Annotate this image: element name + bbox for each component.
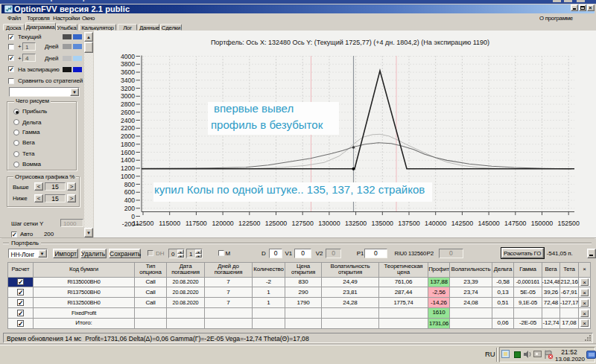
svg-text:200: 200	[124, 205, 136, 212]
svg-text:2400: 2400	[121, 117, 135, 124]
svg-text:117500: 117500	[186, 220, 207, 227]
svg-text:152500: 152500	[558, 220, 580, 227]
svg-text:3800: 3800	[121, 60, 135, 68]
svg-text:135000: 135000	[372, 220, 393, 227]
svg-text:1400: 1400	[121, 156, 135, 164]
svg-text:122500: 122500	[238, 220, 260, 227]
svg-text:3000: 3000	[121, 92, 135, 100]
svg-text:2800: 2800	[121, 100, 135, 108]
svg-text:150000: 150000	[531, 220, 553, 227]
svg-text:137500: 137500	[398, 220, 419, 227]
svg-text:130000: 130000	[318, 220, 340, 227]
svg-text:600: 600	[124, 188, 136, 196]
svg-text:112500: 112500	[133, 220, 154, 227]
svg-text:145000: 145000	[478, 220, 499, 227]
svg-text:147500: 147500	[504, 220, 526, 227]
svg-text:400: 400	[124, 197, 136, 204]
svg-text:140000: 140000	[425, 220, 446, 227]
svg-text:120000: 120000	[212, 220, 233, 227]
svg-text:2200: 2200	[121, 124, 135, 132]
svg-text:1600: 1600	[121, 149, 135, 156]
svg-text:1000: 1000	[121, 173, 135, 180]
svg-text:132500: 132500	[345, 220, 367, 227]
svg-text:Портфель: Ось X: 132480 Ось Y: Портфель: Ось X: 132480 Ось Y: (Текущий …	[211, 39, 489, 46]
svg-text:2600: 2600	[121, 109, 135, 116]
svg-text:1200: 1200	[121, 165, 135, 172]
svg-text:2000: 2000	[121, 132, 135, 140]
svg-text:3600: 3600	[121, 68, 135, 76]
svg-text:3400: 3400	[121, 77, 135, 84]
svg-text:127500: 127500	[292, 220, 314, 227]
svg-text:3200: 3200	[121, 85, 135, 92]
svg-text:142500: 142500	[451, 220, 473, 227]
svg-text:125000: 125000	[265, 220, 287, 227]
svg-text:800: 800	[124, 181, 136, 188]
svg-text:115000: 115000	[159, 220, 180, 227]
svg-text:4000: 4000	[121, 53, 135, 60]
svg-text:1800: 1800	[121, 141, 135, 148]
